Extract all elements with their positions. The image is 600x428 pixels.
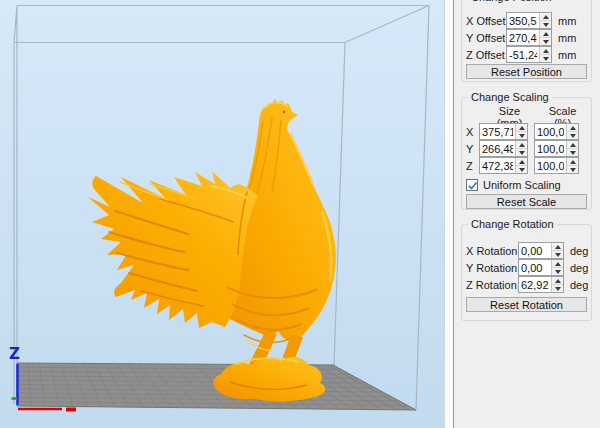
size-y-input[interactable]	[480, 141, 515, 156]
chevron-down-icon	[519, 168, 525, 172]
model-rooster[interactable]	[88, 99, 336, 401]
group-change-scaling: Change Scaling Size (mm) Scale (%) X Y Z	[461, 97, 592, 210]
z-rotation-label: Z Rotation	[466, 279, 518, 291]
spin-down-button[interactable]	[516, 131, 527, 139]
z-offset-row: Z Offset mm	[466, 46, 587, 63]
y-rotation-label: Y Rotation	[466, 262, 518, 274]
model-eye	[283, 111, 286, 114]
viewport-3d[interactable]: Z	[0, 0, 444, 428]
spin-down-button[interactable]	[540, 54, 551, 62]
spin-down-button[interactable]	[552, 284, 563, 292]
scale-x-input[interactable]	[535, 124, 566, 139]
x-offset-label: X Offset	[466, 15, 506, 27]
spinner	[551, 260, 563, 275]
chevron-up-icon	[570, 160, 576, 164]
z-rotation-input[interactable]	[519, 277, 551, 292]
settings-panel: Change Position X Offset mm Y Offset mm …	[454, 0, 600, 428]
spin-up-button[interactable]	[516, 124, 527, 131]
spinner	[566, 141, 578, 156]
y-rotation-input[interactable]	[519, 260, 551, 275]
z-offset-spinbox	[506, 46, 552, 63]
group-title: Change Position	[468, 0, 555, 4]
size-z-input[interactable]	[480, 158, 515, 173]
y-offset-input[interactable]	[507, 30, 539, 45]
chevron-up-icon	[543, 15, 549, 19]
scale-y-row: Y	[466, 140, 587, 157]
chevron-up-icon	[519, 160, 525, 164]
group-title: Change Rotation	[468, 218, 557, 231]
check-icon	[467, 180, 479, 192]
chevron-up-icon	[519, 126, 525, 130]
z-offset-label: Z Offset	[466, 49, 506, 61]
z-offset-unit: mm	[558, 49, 576, 61]
scale-y-input[interactable]	[535, 141, 566, 156]
chevron-up-icon	[570, 143, 576, 147]
chevron-up-icon	[543, 49, 549, 53]
spinner	[515, 124, 527, 139]
spinner	[566, 124, 578, 139]
spin-up-button[interactable]	[516, 158, 527, 165]
spinner	[515, 141, 527, 156]
chevron-down-icon	[543, 40, 549, 44]
spin-down-button[interactable]	[567, 165, 578, 173]
scale-z-spinbox	[534, 157, 579, 174]
spinner	[539, 13, 551, 28]
size-z-spinbox	[479, 157, 528, 174]
splitter-strip	[444, 0, 453, 428]
spinner	[551, 243, 563, 258]
spinner	[539, 47, 551, 62]
group-change-position: Change Position X Offset mm Y Offset mm …	[461, 0, 592, 82]
spin-down-button[interactable]	[552, 250, 563, 258]
x-rotation-input[interactable]	[519, 243, 551, 258]
spin-up-button[interactable]	[567, 158, 578, 165]
spin-up-button[interactable]	[516, 141, 527, 148]
spin-down-button[interactable]	[540, 20, 551, 28]
reset-rotation-button[interactable]: Reset Rotation	[466, 297, 587, 312]
spin-down-button[interactable]	[516, 165, 527, 173]
chevron-down-icon	[519, 134, 525, 138]
z-offset-input[interactable]	[507, 47, 539, 62]
spin-down-button[interactable]	[552, 267, 563, 275]
spin-up-button[interactable]	[540, 47, 551, 54]
x-offset-input[interactable]	[507, 13, 539, 28]
chevron-down-icon	[543, 57, 549, 61]
spin-down-button[interactable]	[540, 37, 551, 45]
uniform-scaling-label: Uniform Scaling	[483, 179, 561, 191]
scaling-column-headers: Size (mm) Scale (%)	[466, 111, 587, 123]
spinner	[566, 158, 578, 173]
y-offset-row: Y Offset mm	[466, 29, 587, 46]
spin-down-button[interactable]	[516, 148, 527, 156]
spin-up-button[interactable]	[552, 243, 563, 250]
size-x-input[interactable]	[480, 124, 515, 139]
scale-z-label: Z	[466, 160, 479, 172]
reset-scale-button[interactable]: Reset Scale	[466, 194, 587, 209]
chevron-down-icon	[555, 287, 561, 291]
reset-position-button[interactable]: Reset Position	[466, 64, 587, 79]
chevron-up-icon	[519, 143, 525, 147]
spin-down-button[interactable]	[567, 148, 578, 156]
chevron-down-icon	[543, 23, 549, 27]
z-rotation-row: Z Rotation deg	[466, 276, 587, 293]
y-offset-label: Y Offset	[466, 32, 506, 44]
x-rotation-unit: deg	[570, 245, 588, 257]
spin-down-button[interactable]	[567, 131, 578, 139]
chevron-up-icon	[570, 126, 576, 130]
chevron-up-icon	[543, 32, 549, 36]
scene-3d: Z	[0, 0, 444, 428]
spin-up-button[interactable]	[552, 277, 563, 284]
chevron-up-icon	[555, 262, 561, 266]
size-y-spinbox	[479, 140, 528, 157]
spin-up-button[interactable]	[540, 30, 551, 37]
chevron-down-icon	[570, 151, 576, 155]
spinner	[515, 158, 527, 173]
spin-up-button[interactable]	[567, 124, 578, 131]
chevron-down-icon	[555, 270, 561, 274]
x-offset-row: X Offset mm	[466, 12, 587, 29]
group-title: Change Scaling	[468, 91, 552, 104]
z-rotation-spinbox	[518, 276, 564, 293]
spin-up-button[interactable]	[552, 260, 563, 267]
scale-z-input[interactable]	[535, 158, 566, 173]
spin-up-button[interactable]	[540, 13, 551, 20]
spin-up-button[interactable]	[567, 141, 578, 148]
uniform-scaling-checkbox[interactable]	[466, 179, 478, 191]
